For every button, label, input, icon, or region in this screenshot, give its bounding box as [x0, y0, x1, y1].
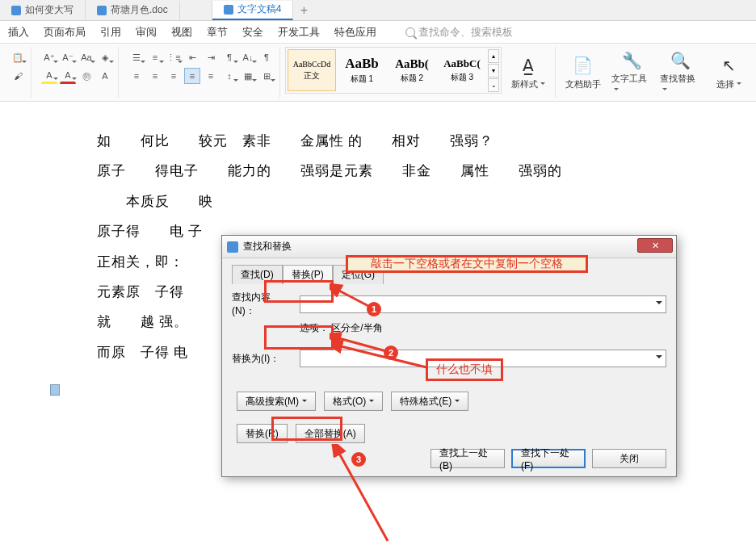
- replace-label: 替换为(I)：: [232, 352, 293, 366]
- search-icon: [405, 27, 415, 37]
- paragraph-marker-icon: [50, 384, 60, 396]
- highlight-button[interactable]: A: [41, 68, 57, 84]
- find-label: 查找内容(N)：: [232, 291, 293, 318]
- menu-references[interactable]: 引用: [99, 22, 123, 43]
- format-painter[interactable]: 🖌: [10, 68, 26, 84]
- font-color-button[interactable]: A: [60, 68, 76, 84]
- annotation-badge-2: 2: [384, 346, 398, 360]
- borders-button[interactable]: ⊞: [258, 68, 275, 84]
- paragraph: 原子 得电子 能力的 强弱是元素 非金 属性 强弱的: [97, 156, 630, 186]
- menu-page-layout[interactable]: 页面布局: [42, 22, 87, 43]
- doc-icon: [11, 6, 21, 15]
- select-button[interactable]: ↖选择: [708, 47, 751, 98]
- menu-chapter[interactable]: 章节: [205, 22, 229, 43]
- command-search[interactable]: 查找命令、搜索模板: [405, 25, 513, 40]
- annotation-badge-1: 1: [367, 302, 381, 316]
- document-tabs: 如何变大写 荷塘月色.doc 文字文稿4 +: [0, 0, 756, 21]
- change-case[interactable]: Aa: [78, 49, 94, 65]
- font-group: A⁺ A⁻ Aa ◈ A A ㊞ A: [36, 47, 119, 98]
- doc-tab-active[interactable]: 文字文稿4: [212, 1, 294, 20]
- dialog-titlebar[interactable]: 查找和替换 ✕: [222, 236, 676, 258]
- indent-dec[interactable]: ⇤: [184, 49, 200, 65]
- options-label: 选项：: [300, 322, 329, 333]
- doc-helper-icon: 📄: [572, 54, 594, 77]
- find-prev-button[interactable]: 查找上一处(B): [430, 449, 505, 468]
- style-gallery-nav[interactable]: ▴▾⌄: [488, 49, 499, 92]
- show-marks[interactable]: ¶: [258, 49, 275, 65]
- dialog-close-button[interactable]: ✕: [637, 238, 673, 253]
- find-icon: 🔍: [669, 50, 691, 71]
- menu-view[interactable]: 视图: [170, 22, 194, 43]
- annotation-badge-3: 3: [351, 452, 366, 467]
- doc-tab[interactable]: [180, 1, 212, 20]
- advanced-search-button[interactable]: 高级搜索(M): [237, 392, 316, 411]
- cursor-icon: ↖: [718, 54, 741, 77]
- find-next-button[interactable]: 查找下一处(F): [511, 449, 586, 468]
- paragraph: 本质反 映: [97, 186, 630, 216]
- find-replace-button[interactable]: 🔍查找替换: [658, 47, 702, 98]
- find-replace-dialog: 查找和替换 ✕ 查找(D) 替换(P) 定位(G) 查找内容(N)： 选项： 区…: [221, 235, 677, 477]
- menu-insert[interactable]: 插入: [6, 22, 31, 43]
- char-border[interactable]: ㊞: [78, 68, 94, 84]
- doc-icon: [97, 6, 107, 15]
- paragraph-group: ☰ ≡ ⋮≡ ⇤ ⇥ ¶ A↓ ¶ ≡ ≡ ≡ ≡ ≡ ↕ ▦ ⊞: [124, 47, 280, 98]
- doc-helper-button[interactable]: 📄文档助手: [561, 47, 604, 98]
- paste-button[interactable]: 📋: [10, 49, 26, 65]
- style-heading2[interactable]: AaBb(标题 2: [388, 49, 436, 91]
- dialog-tabs: 查找(D) 替换(P) 定位(G): [232, 265, 666, 284]
- font-size-down[interactable]: A⁻: [60, 49, 76, 65]
- dialog-title: 查找和替换: [243, 240, 292, 253]
- paragraph-button[interactable]: ¶: [221, 49, 237, 65]
- ribbon-toolbar: 📋 🖌 A⁺ A⁻ Aa ◈ A A ㊞ A ☰ ≡ ⋮≡ ⇤ ⇥ ¶ A↓ ¶…: [0, 44, 756, 102]
- doc-tab[interactable]: 如何变大写: [0, 1, 86, 20]
- new-style-button[interactable]: A̲新样式: [506, 47, 550, 98]
- style-normal[interactable]: AaBbCcDd正文: [288, 49, 336, 91]
- doc-tab[interactable]: 荷塘月色.doc: [86, 1, 180, 20]
- find-input[interactable]: [300, 295, 666, 313]
- format-button[interactable]: 格式(O): [324, 392, 383, 411]
- align-left[interactable]: ≡: [128, 68, 145, 84]
- align-distribute[interactable]: ≡: [203, 68, 219, 84]
- clipboard-group: 📋 🖌: [5, 47, 32, 98]
- style-heading3[interactable]: AaBbC(标题 3: [438, 49, 486, 91]
- style-heading1[interactable]: AaBb标题 1: [338, 49, 386, 91]
- tab-replace[interactable]: 替换(P): [283, 265, 333, 284]
- menu-developer[interactable]: 开发工具: [276, 22, 321, 43]
- indent-inc[interactable]: ⇥: [203, 49, 219, 65]
- close-button[interactable]: 关闭: [592, 449, 666, 468]
- replace-all-button[interactable]: 全部替换(A): [296, 424, 365, 443]
- find-dropdown-icon[interactable]: [653, 296, 665, 312]
- numbering-button[interactable]: ≡: [147, 49, 163, 65]
- text-tool-button[interactable]: 🔧文字工具: [610, 47, 653, 98]
- font-size-up[interactable]: A⁺: [41, 49, 57, 65]
- menu-security[interactable]: 安全: [241, 22, 265, 43]
- bullets-button[interactable]: ☰: [128, 49, 145, 65]
- menu-special[interactable]: 特色应用: [333, 22, 378, 43]
- shading-button[interactable]: ▦: [240, 68, 256, 84]
- style-gallery: AaBbCcDd正文 AaBb标题 1 AaBb(标题 2 AaBbC(标题 3…: [285, 47, 502, 94]
- special-format-button[interactable]: 特殊格式(E): [391, 392, 468, 411]
- tab-find[interactable]: 查找(D): [232, 265, 283, 284]
- multilevel-button[interactable]: ⋮≡: [166, 49, 182, 65]
- new-tab-button[interactable]: +: [293, 3, 314, 18]
- options-value: 区分全/半角: [331, 322, 382, 333]
- align-right[interactable]: ≡: [166, 68, 182, 84]
- line-spacing[interactable]: ↕: [221, 68, 237, 84]
- align-center[interactable]: ≡: [147, 68, 163, 84]
- sort-button[interactable]: A↓: [240, 49, 256, 65]
- char-shading[interactable]: A: [97, 68, 113, 84]
- new-style-icon: A̲: [517, 54, 540, 77]
- doc-icon: [224, 5, 233, 15]
- paragraph: 如 何比 较元 素非 金属性 的 相对 强弱？: [97, 126, 630, 156]
- ribbon-menu: 插入 页面布局 引用 审阅 视图 章节 安全 开发工具 特色应用 查找命令、搜索…: [0, 21, 756, 44]
- menu-review[interactable]: 审阅: [134, 22, 158, 43]
- clear-format[interactable]: ◈: [97, 49, 113, 65]
- replace-dropdown-icon[interactable]: [653, 350, 665, 367]
- replace-input[interactable]: [300, 350, 666, 367]
- dialog-icon: [227, 241, 238, 253]
- align-justify[interactable]: ≡: [184, 68, 200, 84]
- tab-goto[interactable]: 定位(G): [333, 265, 384, 284]
- text-tool-icon: 🔧: [620, 50, 643, 71]
- replace-button[interactable]: 替换(R): [237, 424, 288, 443]
